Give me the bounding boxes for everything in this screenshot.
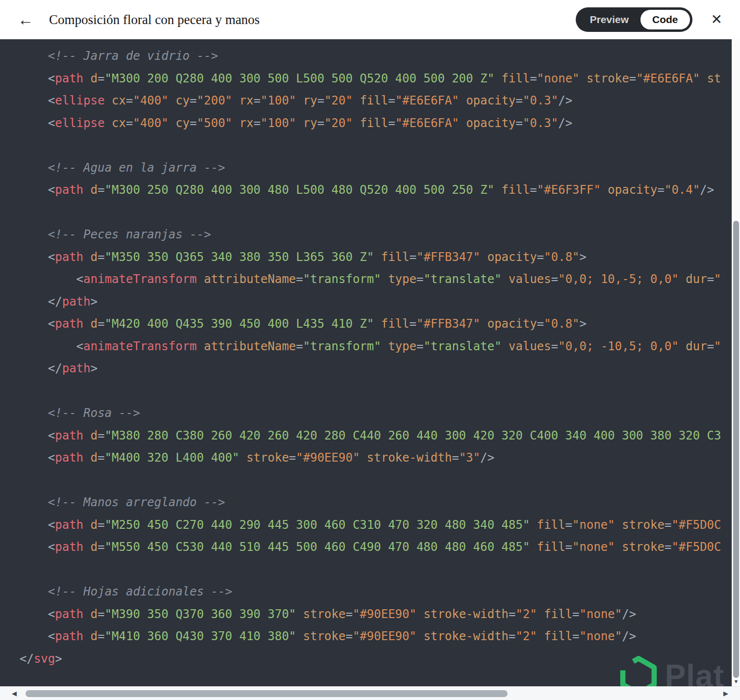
close-icon: ✕ <box>711 12 722 27</box>
code-line <box>20 469 732 492</box>
close-button[interactable]: ✕ <box>707 11 726 28</box>
horizontal-scrollbar-thumb[interactable] <box>26 690 508 697</box>
code-line: <!-- Hojas adicionales --> <box>20 581 732 603</box>
view-toggle: Preview Code <box>576 7 692 31</box>
back-button[interactable]: ← <box>14 10 37 29</box>
code-line: <path d="M390 350 Q370 360 390 370" stro… <box>20 603 732 626</box>
code-line: <!-- Manos arreglando --> <box>20 492 732 514</box>
header-bar: ← Composición floral con pecera y manos … <box>0 0 740 39</box>
code-line: <path d="M410 360 Q430 370 410 380" stro… <box>20 625 732 648</box>
code-line: <path d="M420 400 Q435 390 450 400 L435 … <box>20 313 732 336</box>
code-line <box>20 380 732 403</box>
code-line: <path d="M300 200 Q280 400 300 500 L500 … <box>20 68 732 90</box>
watermark: Plat <box>620 655 724 686</box>
artifact-window: ← Composición floral con pecera y manos … <box>0 0 740 700</box>
code-line: <path d="M380 280 C380 260 420 260 420 2… <box>20 425 732 447</box>
code-line: <path d="M350 350 Q365 340 380 350 L365 … <box>20 246 732 269</box>
tab-preview[interactable]: Preview <box>578 10 640 29</box>
code-line: <!-- Jarra de vidrio --> <box>20 45 732 68</box>
scroll-right-icon[interactable]: ▶ <box>717 687 734 700</box>
code-line: <animateTransform attributeName="transfo… <box>20 268 732 291</box>
code-line <box>20 559 732 581</box>
code-line: <path d="M300 250 Q280 400 300 480 L500 … <box>20 179 732 202</box>
horizontal-scrollbar[interactable]: ◀ ▶ <box>0 686 740 700</box>
code-line: <animateTransform attributeName="transfo… <box>20 336 732 358</box>
code-line: </path> <box>20 358 732 380</box>
code-line: <ellipse cx="400" cy="200" rx="100" ry="… <box>20 90 732 112</box>
platzi-logo-icon <box>620 655 657 686</box>
code-line <box>20 202 732 224</box>
code-line: <ellipse cx="400" cy="500" rx="100" ry="… <box>20 112 732 135</box>
code-line: <!-- Rosa --> <box>20 402 732 425</box>
vertical-scrollbar[interactable]: ▼ <box>732 39 740 686</box>
watermark-text: Plat <box>665 658 724 686</box>
tab-code[interactable]: Code <box>640 10 690 29</box>
code-line <box>20 134 732 157</box>
vertical-scrollbar-thumb[interactable] <box>733 221 739 678</box>
back-arrow-icon: ← <box>18 11 33 28</box>
code-line: <path d="M400 320 L400 400" stroke="#90E… <box>20 447 732 469</box>
code-line: <!-- Peces naranjas --> <box>20 224 732 246</box>
code-line: <!-- Agua en la jarra --> <box>20 157 732 180</box>
scroll-down-icon[interactable]: ▼ <box>732 678 740 684</box>
code-line: </path> <box>20 291 732 313</box>
code-line: <path d="M550 450 C530 440 510 445 500 4… <box>20 536 732 559</box>
code-viewer: <!-- Jarra de vidrio --> <path d="M300 2… <box>0 39 732 686</box>
scroll-left-icon[interactable]: ◀ <box>6 687 23 700</box>
code-content: <!-- Jarra de vidrio --> <path d="M300 2… <box>20 45 732 670</box>
page-title: Composición floral con pecera y manos <box>49 12 576 27</box>
code-line: <path d="M250 450 C270 440 290 445 300 4… <box>20 514 732 537</box>
